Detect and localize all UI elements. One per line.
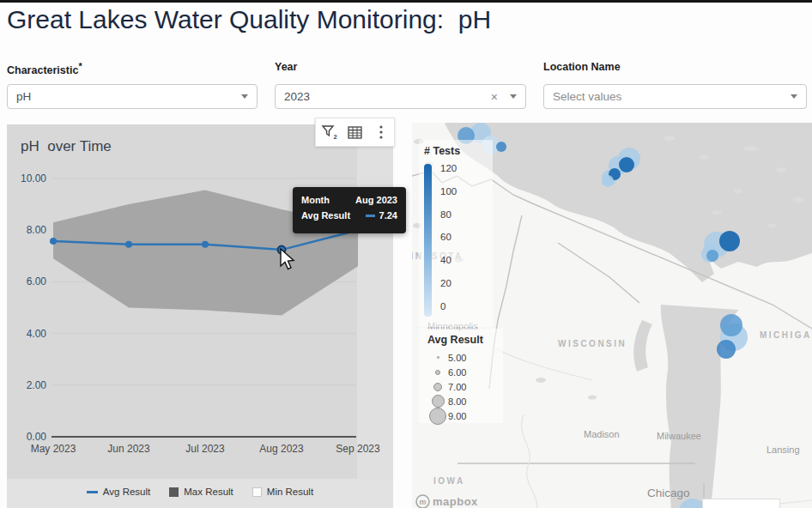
legend-item-avg[interactable]: Avg Result <box>87 487 150 497</box>
size-dot <box>432 395 445 408</box>
legend-label: Avg Result <box>103 487 150 497</box>
size-label: 8.00 <box>448 396 466 407</box>
legend-item-max[interactable]: Max Result <box>169 487 233 497</box>
test-bubble[interactable] <box>706 250 718 262</box>
funnel-icon: 2 <box>321 124 337 141</box>
series-dash-icon <box>366 215 375 217</box>
size-legend-item: 5.00 <box>427 350 483 365</box>
year-label: Year <box>275 61 297 73</box>
test-bubble[interactable] <box>719 231 740 251</box>
size-dot <box>429 408 446 425</box>
test-bubble[interactable] <box>717 340 736 359</box>
tests-color-legend: # Tests 120100806040200 <box>424 145 460 317</box>
svg-text:Jun 2023: Jun 2023 <box>107 443 150 455</box>
characteristic-select[interactable]: pH <box>7 84 258 109</box>
filter-count-button[interactable]: 2 <box>318 121 340 143</box>
size-dot <box>437 356 439 359</box>
avg-swatch <box>87 491 98 493</box>
tooltip-avg-value: 7.24 <box>366 210 397 221</box>
chart-tooltip: Month Aug 2023 Avg Result 7.24 <box>293 187 406 233</box>
size-legend-title: Avg Result <box>427 334 483 346</box>
max-swatch <box>169 487 179 497</box>
more-options-button[interactable] <box>370 121 392 143</box>
tooltip-month-value: Aug 2023 <box>355 195 397 205</box>
size-legend-item: 6.00 <box>427 365 483 379</box>
svg-text:2: 2 <box>333 133 336 141</box>
filter-location: Location Name Select values <box>543 61 621 73</box>
test-bubble[interactable] <box>619 157 634 172</box>
map-panel[interactable]: MINNESOTAMinneapolisWISCONSINMICHIGANIOW… <box>412 123 812 508</box>
size-label: 7.00 <box>448 382 466 392</box>
chevron-down-icon[interactable] <box>241 94 248 99</box>
svg-text:m: m <box>419 498 426 506</box>
chart-toolbar: 2 <box>315 118 395 147</box>
test-bubble[interactable] <box>602 175 614 187</box>
mouse-cursor-icon <box>279 247 298 273</box>
tooltip-month-label: Month <box>301 195 330 205</box>
svg-text:Jul 2023: Jul 2023 <box>185 443 225 455</box>
location-placeholder: Select values <box>553 90 791 103</box>
chevron-down-icon[interactable] <box>510 94 517 99</box>
chart-legend: Avg Result Max Result Min Result <box>7 487 393 497</box>
size-label: 9.00 <box>448 411 466 421</box>
kebab-menu-icon <box>379 125 383 139</box>
tooltip-avg-label: Avg Result <box>301 210 350 221</box>
svg-text:6.00: 6.00 <box>27 275 47 287</box>
location-select[interactable]: Select values <box>543 84 807 109</box>
chart-panel[interactable]: 10.008.006.004.002.000.00 May 2023Jun 20… <box>7 124 393 508</box>
dashboard: Great Lakes Water Quality Monitoring: pH… <box>0 0 812 508</box>
size-dot <box>433 383 442 391</box>
y-axis-labels: 10.008.006.004.002.000.00 <box>21 172 46 443</box>
filter-characteristic: Characteristic* pH <box>7 61 82 76</box>
test-bubble[interactable] <box>720 314 742 336</box>
chart-title: pH over Time <box>21 138 112 155</box>
svg-text:8.00: 8.00 <box>27 224 47 236</box>
tests-legend-tick: 40 <box>440 256 457 266</box>
size-legend-item: 9.00 <box>427 408 483 423</box>
mapbox-attribution[interactable]: m mapbox <box>415 494 478 508</box>
clear-icon[interactable]: × <box>491 91 498 103</box>
tests-legend-tick: 120 <box>440 164 457 174</box>
svg-text:Sep 2023: Sep 2023 <box>336 443 380 455</box>
svg-text:4.00: 4.00 <box>27 328 47 340</box>
svg-text:0.00: 0.00 <box>27 431 47 443</box>
chevron-down-icon[interactable] <box>791 94 797 99</box>
tests-legend-tick: 80 <box>440 210 457 221</box>
legend-label: Max Result <box>184 487 233 497</box>
green-bay <box>633 320 652 372</box>
characteristic-value: pH <box>16 90 241 103</box>
size-label: 6.00 <box>448 367 466 378</box>
tests-legend-tick: 60 <box>440 233 457 243</box>
map-popup-corner <box>702 499 780 508</box>
tests-legend-tick: 20 <box>440 279 457 289</box>
svg-text:May 2023: May 2023 <box>31 443 76 455</box>
test-bubble[interactable] <box>496 142 506 152</box>
size-label: 5.00 <box>448 353 466 363</box>
size-legend-item: 8.00 <box>427 394 483 408</box>
size-legend-item: 7.00 <box>427 379 483 394</box>
year-value: 2023 <box>284 90 491 103</box>
filter-year: Year 2023 × <box>275 61 297 73</box>
svg-text:Aug 2023: Aug 2023 <box>259 443 304 455</box>
mapbox-logo-icon: m <box>415 494 430 508</box>
color-gradient-bar <box>424 164 432 317</box>
tests-legend-title: # Tests <box>424 145 460 157</box>
svg-text:10.00: 10.00 <box>21 172 46 184</box>
characteristic-label: Characteristic* <box>7 61 82 76</box>
data-table-button[interactable] <box>343 121 366 143</box>
legend-item-min[interactable]: Min Result <box>252 487 313 497</box>
tests-legend-tick: 100 <box>440 187 457 197</box>
tests-legend-tick: 0 <box>440 302 457 312</box>
min-swatch <box>252 487 262 497</box>
required-marker: * <box>78 61 82 71</box>
page-title: Great Lakes Water Quality Monitoring: pH <box>7 5 491 34</box>
avg-result-size-legend: Avg Result 5.006.007.008.009.00 <box>427 334 483 423</box>
location-label: Location Name <box>543 61 621 73</box>
svg-text:2.00: 2.00 <box>27 379 47 391</box>
x-axis-labels: May 2023Jun 2023Jul 2023Aug 2023Sep 2023 <box>31 443 380 455</box>
roads <box>494 348 812 508</box>
table-icon <box>348 126 362 139</box>
ph-over-time-chart[interactable]: 10.008.006.004.002.000.00 May 2023Jun 20… <box>7 124 393 508</box>
year-select[interactable]: 2023 × <box>275 84 526 109</box>
mapbox-wordmark: mapbox <box>433 495 478 508</box>
